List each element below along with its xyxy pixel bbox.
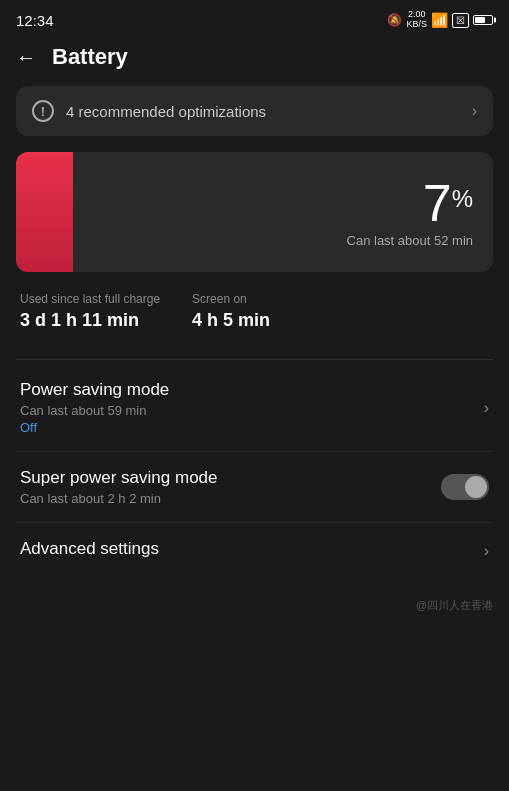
warning-icon: ! — [32, 100, 54, 122]
network-speed: 2.00 KB/S — [406, 10, 427, 30]
menu-item-advanced-settings[interactable]: Advanced settings › — [16, 523, 493, 578]
super-power-toggle[interactable] — [441, 474, 489, 500]
screen-on-stat: Screen on 4 h 5 min — [192, 292, 270, 331]
chevron-right-icon: › — [472, 102, 477, 120]
battery-percentage: 7% — [347, 177, 473, 229]
usage-stats: Used since last full charge 3 d 1 h 11 m… — [16, 292, 493, 331]
battery-time-left: Can last about 52 min — [347, 233, 473, 248]
since-charge-stat: Used since last full charge 3 d 1 h 11 m… — [20, 292, 160, 331]
status-icons: 🔕 2.00 KB/S 📶 ☒ — [387, 10, 493, 30]
optimization-card[interactable]: ! 4 recommended optimizations › — [16, 86, 493, 136]
battery-card: 7% Can last about 52 min — [16, 152, 493, 272]
battery-fill-bar — [16, 152, 73, 272]
toggle-knob — [465, 476, 487, 498]
signal-icon: ☒ — [452, 13, 469, 28]
menu-item-power-saving[interactable]: Power saving mode Can last about 59 min … — [16, 364, 493, 452]
status-time: 12:34 — [16, 12, 54, 29]
header: ← Battery — [0, 36, 509, 82]
toggle-switch[interactable] — [441, 474, 489, 500]
status-bar: 12:34 🔕 2.00 KB/S 📶 ☒ — [0, 0, 509, 36]
chevron-right-icon: › — [484, 542, 489, 560]
battery-status-icon — [473, 15, 493, 25]
page-title: Battery — [52, 44, 128, 70]
battery-info: 7% Can last about 52 min — [347, 177, 473, 248]
power-saving-title: Power saving mode — [20, 380, 169, 400]
since-charge-label: Used since last full charge — [20, 292, 160, 306]
bell-mute-icon: 🔕 — [387, 13, 402, 27]
chevron-right-icon: › — [484, 399, 489, 417]
power-saving-status: Off — [20, 420, 169, 435]
super-power-saving-title: Super power saving mode — [20, 468, 218, 488]
advanced-settings-title: Advanced settings — [20, 539, 159, 559]
since-charge-value: 3 d 1 h 11 min — [20, 310, 160, 331]
divider — [16, 359, 493, 360]
content-area: ! 4 recommended optimizations › 7% Can l… — [0, 82, 509, 582]
super-power-saving-subtitle: Can last about 2 h 2 min — [20, 491, 218, 506]
wifi-icon: 📶 — [431, 12, 448, 28]
screen-on-value: 4 h 5 min — [192, 310, 270, 331]
opt-left: ! 4 recommended optimizations — [32, 100, 266, 122]
optimization-text: 4 recommended optimizations — [66, 103, 266, 120]
screen-on-label: Screen on — [192, 292, 270, 306]
watermark: @四川人在香港 — [0, 582, 509, 621]
power-saving-subtitle: Can last about 59 min — [20, 403, 169, 418]
menu-item-super-power-saving[interactable]: Super power saving mode Can last about 2… — [16, 452, 493, 523]
menu-list: Power saving mode Can last about 59 min … — [16, 364, 493, 578]
back-button[interactable]: ← — [16, 46, 36, 69]
